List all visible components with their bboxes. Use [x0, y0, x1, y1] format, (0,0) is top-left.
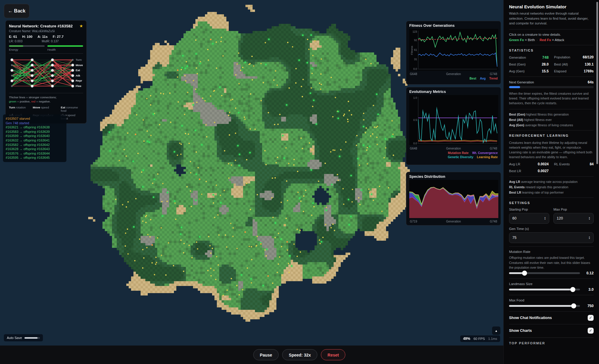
landmass-size-label: Landmass Size — [509, 282, 594, 286]
log-entry: #163583 → offspring #163639 — [6, 130, 64, 134]
output-label: Turn — [76, 58, 82, 61]
output-label: Repr — [76, 79, 82, 82]
species-distribution-panel: Species Distribution G719GenerationG748 — [406, 172, 501, 225]
bottom-toolbar: Pause Speed: 32x Reset — [0, 346, 503, 364]
health-bar-label: Health — [47, 48, 83, 51]
stat-cell: Best (All)130.1 — [554, 62, 594, 66]
species-chart-canvas — [409, 180, 498, 218]
frame-time: 1.1ms — [488, 337, 497, 340]
health-bar — [47, 45, 83, 47]
fx-legend: Green Fx = Birth·Red Fx = Attack — [509, 38, 594, 42]
next-generation-row: Next Generation 64s — [509, 80, 594, 84]
fitness-chart-canvas — [409, 29, 498, 71]
creature-vital-stats: E: 61H: 100A: 11sF: 27.7 — [9, 35, 83, 38]
back-button[interactable]: ← Back — [4, 4, 29, 18]
creature-inspector-panel: Neural Network: Creature #163582 ★ Creat… — [5, 20, 87, 124]
chart-title: Fitness Over Generations — [409, 24, 498, 28]
definition: Best LR learning rate of top performer — [509, 191, 594, 194]
energy-bar-label: Energy — [9, 48, 45, 51]
max-pop-label: Max Pop — [553, 208, 594, 211]
stat-cell: Best LR0.0027 — [509, 169, 549, 173]
output-label: Move — [76, 63, 83, 67]
definition: RL Events reward signals this generation — [509, 185, 594, 189]
legend-item: Wt. Convergence — [472, 151, 498, 155]
scroll-up-button[interactable]: ▲ — [492, 326, 500, 335]
creature-panel-title: Neural Network: Creature #163582 — [9, 24, 73, 28]
stat-cell: Avg (Gen)15.5 — [509, 69, 549, 73]
timer-explanation: When the timer expires, the fittest crea… — [509, 91, 594, 106]
legend-item: Avg — [480, 76, 486, 80]
creature-learning-stats: LR: 0.003MutR: 0.137 — [9, 39, 83, 43]
stat-cell: RL Events84 — [554, 162, 594, 166]
log-entry: #163599 → offspring #163640 — [6, 134, 64, 138]
starting-pop-input[interactable]: 60 ▲▼ — [509, 213, 549, 224]
creature-name: Creature Name: WaLoEkWaZuSi — [9, 29, 83, 33]
gen-time-label: Gen Time (s) — [509, 227, 594, 231]
stat-cell: Best (Gen)28.0 — [509, 62, 549, 66]
stat-cell: Population68/120 — [554, 55, 594, 60]
chart-title: Evolutionary Metrics — [409, 90, 498, 94]
reset-button[interactable]: Reset — [321, 349, 346, 360]
creature-hint: Click on a creature to view details. — [509, 33, 594, 36]
glossary-item: Move speed — [33, 106, 61, 112]
mutation-rate-slider[interactable]: 0.12 — [509, 271, 594, 275]
stat-cell — [554, 169, 594, 173]
zoom-level: 49% — [463, 337, 470, 341]
show-charts-label: Show Charts — [509, 329, 532, 333]
gen-time-input[interactable]: 75 ▲▼ — [509, 232, 594, 243]
slider-thumb[interactable] — [522, 270, 527, 276]
rl-definitions: Avg LR average learning rate across popu… — [509, 180, 594, 194]
app-description: Watch neural networks evolve through nat… — [509, 11, 594, 26]
species-x-axis: G719GenerationG748 — [409, 220, 498, 223]
fitness-chart-panel: Fitness Over Generations Fitness G648Gen… — [406, 21, 501, 85]
max-food-slider[interactable]: 750 — [509, 304, 594, 308]
check-icon: ✓ — [589, 316, 592, 320]
evolutionary-metrics-panel: Evolutionary Metrics G648GenerationG748 … — [406, 87, 501, 165]
show-charts-checkbox[interactable]: ✓ — [588, 328, 594, 334]
fps-counter: 60 FPS — [474, 337, 485, 340]
legend-item: Trend — [489, 76, 498, 80]
log-entry: #163576 → offspring #163644 — [6, 151, 64, 156]
auto-save-indicator: Auto Save — [4, 334, 43, 341]
stepper-icons[interactable]: ▲▼ — [589, 236, 590, 239]
legend-item: Best — [469, 76, 476, 80]
legend-item: Learning Rate — [477, 155, 498, 159]
rl-explanation: Creatures learn during their lifetime by… — [509, 140, 594, 160]
landmass-size-slider[interactable]: 3.0 — [509, 287, 594, 292]
creature-bars: Energy Health — [9, 45, 83, 51]
world-map-area: ← Back Neural Network: Creature #163582 … — [0, 0, 503, 346]
settings-header: SETTINGS — [509, 201, 594, 205]
log-entry: #163628 → offspring #163643 — [6, 147, 64, 151]
statistics-grid: Generation748Population68/120Best (Gen)2… — [509, 55, 594, 73]
output-label: Atk — [76, 74, 80, 77]
app-title: Neural Evolution Simulator — [509, 4, 594, 9]
statistics-definitions: Best (Gen) highest fitness this generati… — [509, 113, 594, 127]
legend-item: Genetic Diversity — [448, 155, 473, 159]
definition: Avg (Gen) average fitness of living crea… — [509, 123, 594, 127]
stepper-icons[interactable]: ▲▼ — [589, 217, 590, 220]
max-food-label: Max Food — [509, 298, 594, 302]
definition: Best (All) highest fitness ever — [509, 118, 594, 122]
stepper-icons[interactable]: ▲▼ — [544, 217, 546, 220]
favorite-star-icon[interactable]: ★ — [79, 24, 83, 28]
pause-button[interactable]: Pause — [253, 349, 279, 360]
stat-cell: Avg LR0.0024 — [509, 162, 549, 166]
sidebar-scrollbar[interactable] — [596, 2, 598, 164]
slider-thumb[interactable] — [571, 303, 576, 308]
stat-cell: Elapsed1769s — [554, 69, 594, 73]
check-icon: ✓ — [589, 329, 592, 332]
max-pop-input[interactable]: 120 ▲▼ — [553, 213, 594, 224]
show-chat-checkbox[interactable]: ✓ — [588, 315, 594, 321]
metrics-x-axis: G648GenerationG748 — [409, 147, 498, 150]
top-performer-header: TOP PERFORMER — [509, 337, 594, 345]
metrics-chart-legend: Mutation RateWt. ConvergenceGenetic Dive… — [409, 151, 498, 159]
log-entry: #163621 → offspring #163638 — [6, 125, 64, 130]
slider-thumb[interactable] — [570, 287, 575, 292]
performance-hud: 49% 60 FPS 1.1ms — [460, 335, 500, 342]
output-label: Flee — [76, 84, 81, 88]
speed-button[interactable]: Speed: 32x — [282, 349, 318, 360]
neural-network-canvas — [9, 56, 84, 90]
glossary-item: Eat consume food — [61, 106, 83, 112]
rl-grid: Avg LR0.0024RL Events84Best LR0.0027 — [509, 162, 594, 173]
definition: Avg LR average learning rate across popu… — [509, 180, 594, 183]
